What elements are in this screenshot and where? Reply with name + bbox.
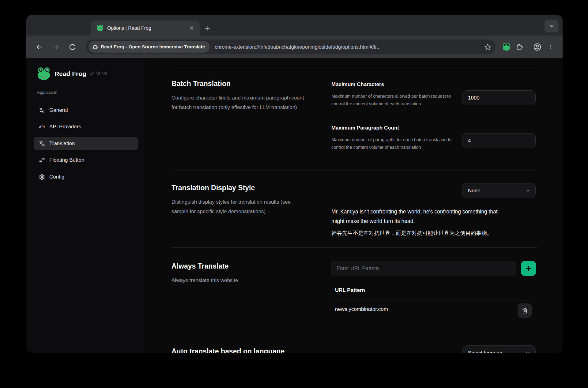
sidebar-item-label: Config (49, 174, 64, 180)
chevron-down-icon (525, 350, 530, 353)
browser-tab[interactable]: A 中 Options | Read Frog (91, 21, 200, 36)
delete-url-pattern-button[interactable] (518, 303, 532, 318)
floating-button-icon (39, 157, 45, 164)
language-select-value: Select languag... (468, 350, 525, 353)
sidebar-item-api-providers[interactable]: API API Providers (34, 120, 138, 134)
sidebar: A 中 Read Frog v1.10.10 Application Gener… (26, 58, 145, 353)
extensions-puzzle-icon[interactable] (513, 40, 526, 53)
url-pattern-cell: news.ycombinator.com (335, 306, 388, 312)
read-frog-extension-icon[interactable] (500, 40, 513, 53)
url-pattern-column-header: URL Pattern (335, 287, 365, 293)
display-style-select[interactable]: None (462, 183, 536, 198)
chevron-down-icon (525, 188, 530, 193)
browser-toolbar: Read Frog - Open Source Immersive Transl… (26, 36, 563, 58)
languages-icon (39, 140, 45, 147)
section-divider (172, 247, 537, 248)
max-paragraph-count-label: Maximum Paragraph Count (331, 125, 399, 131)
extension-page-icon (92, 44, 98, 50)
url-text: chrome-extension://fnfedoabnchafgkeeponm… (215, 44, 481, 50)
forward-button[interactable] (49, 40, 62, 54)
sidebar-item-floating-button[interactable]: Floating Button (34, 153, 138, 167)
section-divider (172, 68, 537, 68)
svg-text:A: A (40, 69, 42, 72)
always-translate-description: Always translate this website (172, 276, 306, 285)
svg-text:中: 中 (101, 25, 102, 27)
chevron-down-icon (549, 23, 555, 29)
toolbar-divider (528, 42, 528, 52)
table-header-divider (331, 300, 537, 300)
section-divider (172, 334, 537, 334)
section-divider (172, 171, 537, 171)
profile-avatar-icon[interactable] (531, 40, 544, 53)
app-logo-row: A 中 Read Frog v1.10.10 (37, 67, 107, 81)
tab-close-icon[interactable] (187, 24, 195, 32)
max-characters-label: Maximum Characters (331, 81, 384, 88)
sliders-icon (39, 107, 45, 114)
tab-strip: A 中 Options | Read Frog (26, 15, 563, 36)
svg-text:A: A (98, 25, 99, 27)
auto-translate-language-select[interactable]: Select languag... (462, 345, 536, 353)
svg-text:中: 中 (46, 69, 48, 72)
sidebar-item-general[interactable]: General (34, 104, 138, 117)
tab-title: Options | Read Frog (107, 25, 187, 31)
max-paragraph-count-input[interactable] (462, 133, 536, 148)
sidebar-item-translation[interactable]: Translation (34, 137, 138, 150)
sidebar-item-label: Translation (49, 141, 75, 147)
url-bar[interactable]: Read Frog - Open Source Immersive Transl… (86, 40, 496, 54)
new-tab-button[interactable] (202, 23, 212, 33)
sidebar-item-label: API Providers (49, 124, 81, 130)
app-name: Read Frog (55, 70, 86, 77)
url-pattern-input[interactable] (331, 261, 516, 276)
extension-site-chip[interactable]: Read Frog - Open Source Immersive Transl… (89, 41, 210, 53)
sidebar-group-label: Application (37, 90, 57, 95)
sidebar-item-label: General (49, 107, 68, 113)
bookmark-star-icon[interactable] (484, 43, 491, 51)
max-characters-input[interactable] (462, 90, 536, 105)
sample-source-text: Mr. Kamiya isn't confronting the world; … (331, 207, 506, 226)
display-style-title: Translation Display Style (172, 184, 255, 192)
always-translate-title: Always Translate (172, 262, 229, 270)
reload-button[interactable] (66, 40, 79, 54)
read-frog-logo: A 中 (37, 67, 51, 81)
sidebar-item-config[interactable]: Config (34, 170, 138, 184)
app-version: v1.10.10 (90, 71, 107, 76)
auto-translate-title: Auto translate based on language (172, 347, 285, 353)
plus-icon (525, 265, 532, 272)
api-icon: API (39, 123, 45, 130)
browser-window: A 中 Options | Read Frog (26, 15, 563, 353)
gear-icon (39, 174, 45, 180)
trash-icon (522, 308, 528, 314)
sidebar-item-label: Floating Button (49, 157, 84, 163)
max-paragraph-count-description: Maximum number of paragraphs for each ba… (331, 136, 457, 151)
batch-translation-description: Configure character limits and maximum p… (172, 93, 306, 112)
display-style-select-value: None (468, 188, 525, 194)
browser-menu-icon[interactable] (544, 40, 556, 53)
sample-translated-text: 神谷先生不是在对抗世界，而是在对抗可能让世界为之侧目的事物。 (331, 228, 506, 238)
batch-translation-title: Batch Translation (172, 80, 231, 88)
add-url-pattern-button[interactable] (521, 261, 536, 276)
settings-content: Batch Translation Configure character li… (145, 58, 563, 353)
max-characters-description: Maximum number of characters allowed per… (331, 92, 457, 108)
tab-search-button[interactable] (545, 20, 559, 32)
display-style-description: Distinguish display styles for translati… (172, 197, 306, 216)
site-chip-label: Read Frog - Open Source Immersive Transl… (101, 44, 205, 50)
frog-favicon-icon: A 中 (96, 24, 104, 32)
back-button[interactable] (32, 40, 46, 54)
